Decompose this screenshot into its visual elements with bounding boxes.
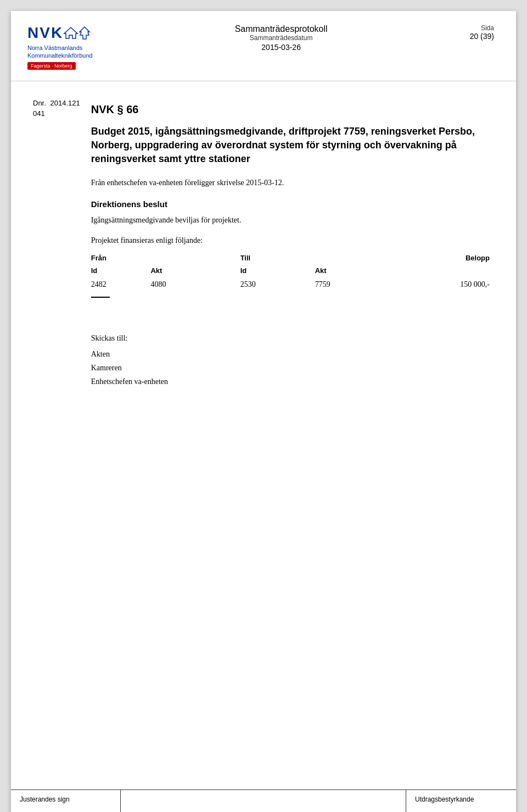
dnr-year: 2014.121 [50,99,80,107]
justerandes-sign-label: Justerandes sign [20,796,70,803]
logo-nvk-text: NVK [27,24,63,42]
underline-row [91,292,494,301]
fran-group-header: Från [91,252,240,264]
sida-label: Sida [470,24,494,32]
skickas-item-akten: Akten [91,347,494,361]
header-subtitle: Sammanträdesdatum [235,34,328,42]
skickas-items: Akten Kamreren Enhetschefen va-enheten [91,347,494,389]
table-sub-header-row: Id Akt Id Akt [91,264,494,277]
justerandes-sign-cell: Justerandes sign [11,790,121,812]
till-id-header: Id [240,264,315,277]
skickas-till-label: Skickas till: [91,334,494,343]
main-title: Budget 2015, igångsättningsmedgivande, d… [91,125,494,166]
svg-marker-0 [64,27,77,38]
fran-akt-header: Akt [150,264,240,277]
page-footer: Justerandes sign Utdragsbestyrkande [11,789,516,812]
org-name: Norra Västmanlands Kommunalteknikförbund [27,44,93,60]
table-row: 2482 4080 2530 7759 150 000,- [91,277,494,292]
header-center: Sammanträdesprotokoll Sammanträdesdatum … [235,24,328,52]
beslut-text: Igångsättningsmedgivande beviljas för pr… [91,214,494,226]
till-id-cell: 2530 [240,277,315,292]
skickas-item-enhetschefen: Enhetschefen va-enheten [91,375,494,388]
header-right: Sida 20 (39) [470,24,494,41]
finance-intro: Projektet finansieras enligt följande: [91,236,494,245]
fran-id-cell: 2482 [91,277,151,292]
main-column: NVK § 66 Budget 2015, igångsättningsmedg… [91,98,494,389]
section-id-header: NVK § 66 [91,103,494,116]
content-area: Dnr. 2014.121 041 NVK § 66 Budget 2015, … [11,81,516,411]
page-number: 20 (39) [470,32,494,41]
dnr-label: Dnr. [33,99,46,107]
fran-id-header: Id [91,264,151,277]
house-icon [63,26,79,40]
utdragsbestyrkande-cell: Utdragsbestyrkande [406,790,516,812]
fagersta-badge: Fagersta · Norberg [27,62,76,70]
logo-area: NVK Norra Västmanlands Kommunalteknikför… [27,24,93,70]
utdragsbestyrkande-label: Utdragsbestyrkande [415,796,474,803]
page: NVK Norra Västmanlands Kommunalteknikför… [11,11,516,812]
belopp-group-header: Belopp [405,252,494,264]
till-akt-header: Akt [315,264,405,277]
header-title: Sammanträdesprotokoll [235,24,328,34]
dnr-column: Dnr. 2014.121 041 [33,98,80,389]
dnr-number: 041 [33,109,45,118]
section-id: NVK § 66 [91,103,139,115]
body-layout: Dnr. 2014.121 041 NVK § 66 Budget 2015, … [33,98,494,389]
skickas-section: Skickas till: Akten Kamreren Enhetschefe… [91,334,494,389]
direktionens-beslut-label: Direktionens beslut [91,199,494,209]
intro-text: Från enhetschefen va-enheten föreligger … [91,177,494,189]
page-header: NVK Norra Västmanlands Kommunalteknikför… [11,11,516,81]
finance-table: Från Till Belopp [91,252,494,301]
table-group-header-row: Från Till Belopp [91,252,494,264]
fran-akt-cell: 4080 [150,277,240,292]
finance-section: Projektet finansieras enligt följande: F… [91,236,494,301]
tree-icon [79,26,91,40]
justerandes-sign-space [121,790,406,812]
till-group-header: Till [240,252,405,264]
logo-box: NVK [27,24,91,42]
header-date: 2015-03-26 [235,43,328,52]
belopp-subheader [405,264,494,277]
till-akt-cell: 7759 [315,277,405,292]
skickas-item-kamreren: Kamreren [91,361,494,375]
belopp-cell: 150 000,- [405,277,494,292]
svg-marker-1 [80,27,89,39]
